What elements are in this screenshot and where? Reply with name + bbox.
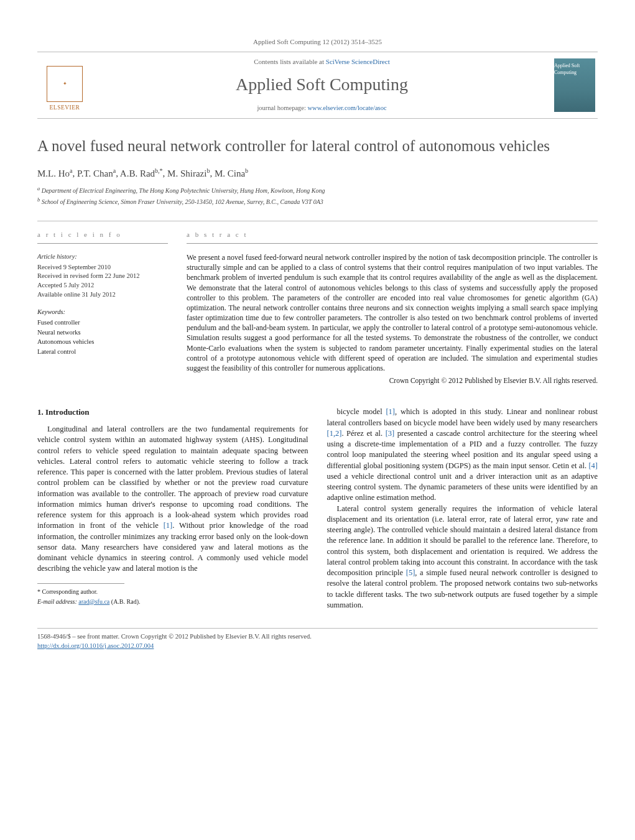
paragraph: bicycle model [1], which is adopted in t… bbox=[327, 407, 598, 503]
citation-ref[interactable]: [4] bbox=[588, 461, 598, 470]
abstract-heading: a b s t r a c t bbox=[187, 230, 598, 246]
cover-text: Applied Soft Computing bbox=[554, 62, 595, 76]
running-head: Applied Soft Computing 12 (2012) 3514–35… bbox=[37, 37, 598, 47]
elsevier-tree-icon: ✦ bbox=[47, 66, 83, 102]
journal-title: Applied Soft Computing bbox=[90, 72, 554, 96]
contents-prefix: Contents lists available at bbox=[254, 58, 325, 65]
page-footer: 1568-4946/$ – see front matter. Crown Co… bbox=[37, 628, 598, 650]
section-1-title: 1. Introduction bbox=[37, 407, 308, 418]
citation-ref[interactable]: [5] bbox=[406, 568, 415, 577]
journal-homepage-link[interactable]: www.elsevier.com/locate/asoc bbox=[308, 104, 387, 111]
citation-ref[interactable]: [1] bbox=[386, 407, 395, 416]
citation-ref[interactable]: [1] bbox=[164, 521, 173, 530]
journal-homepage-line: journal homepage: www.elsevier.com/locat… bbox=[90, 104, 554, 113]
article-title: A novel fused neural network controller … bbox=[37, 136, 598, 155]
email-suffix: (A.B. Rad). bbox=[109, 598, 140, 605]
page-root: Applied Soft Computing 12 (2012) 3514–35… bbox=[0, 0, 635, 675]
keyword-item: Fused controller bbox=[37, 318, 168, 328]
keyword-item: Autonomous vehicles bbox=[37, 338, 168, 347]
publisher-logo: ✦ ELSEVIER bbox=[40, 58, 90, 112]
article-info-column: a r t i c l e i n f o Article history: R… bbox=[37, 230, 168, 386]
footnote-corresponding: * Corresponding author. bbox=[37, 588, 308, 596]
publisher-name: ELSEVIER bbox=[50, 104, 80, 112]
corresponding-email-link[interactable]: arad@sfu.ca bbox=[78, 598, 109, 605]
affiliations: a Department of Electrical Engineering, … bbox=[37, 185, 598, 207]
affiliation-b: b School of Engineering Science, Simon F… bbox=[37, 196, 598, 206]
front-matter-line: 1568-4946/$ – see front matter. Crown Co… bbox=[37, 632, 598, 642]
contents-available-line: Contents lists available at SciVerse Sci… bbox=[90, 57, 554, 67]
article-body: 1. Introduction Longitudinal and lateral… bbox=[37, 407, 598, 611]
paragraph: Longitudinal and lateral controllers are… bbox=[37, 424, 308, 575]
citation-ref[interactable]: [3] bbox=[386, 429, 395, 438]
article-history-block: Article history: Received 9 September 20… bbox=[37, 252, 168, 299]
sciencedirect-link[interactable]: SciVerse ScienceDirect bbox=[326, 58, 390, 65]
authors-line: M.L. Hoa, P.T. Chana, A.B. Radb,*, M. Sh… bbox=[37, 167, 598, 180]
keywords-list: Fused controller Neural networks Autonom… bbox=[37, 318, 168, 357]
doi-link[interactable]: http://dx.doi.org/10.1016/j.asoc.2012.07… bbox=[37, 642, 154, 649]
history-revised: Received in revised form 22 June 2012 bbox=[37, 272, 168, 281]
homepage-prefix: journal homepage: bbox=[257, 104, 307, 111]
info-abstract-row: a r t i c l e i n f o Article history: R… bbox=[37, 221, 598, 386]
abstract-column: a b s t r a c t We present a novel fused… bbox=[187, 230, 598, 386]
keyword-item: Neural networks bbox=[37, 328, 168, 338]
history-label: Article history: bbox=[37, 252, 168, 262]
abstract-text: We present a novel fused feed-forward ne… bbox=[187, 252, 598, 373]
footnotes: * Corresponding author. E-mail address: … bbox=[37, 588, 308, 606]
journal-cover-thumbnail: Applied Soft Computing bbox=[554, 58, 595, 112]
keywords-label: Keywords: bbox=[37, 308, 168, 317]
history-accepted: Accepted 5 July 2012 bbox=[37, 281, 168, 290]
keyword-item: Lateral control bbox=[37, 348, 168, 357]
history-online: Available online 31 July 2012 bbox=[37, 290, 168, 300]
citation-ref[interactable]: [1,2] bbox=[327, 429, 342, 438]
footnote-separator bbox=[37, 583, 124, 584]
footnote-email: E-mail address: arad@sfu.ca (A.B. Rad). bbox=[37, 598, 308, 606]
email-label: E-mail address: bbox=[37, 598, 78, 605]
journal-header-bar: ✦ ELSEVIER Contents lists available at S… bbox=[37, 52, 598, 118]
affiliation-a: a Department of Electrical Engineering, … bbox=[37, 185, 598, 195]
journal-header-center: Contents lists available at SciVerse Sci… bbox=[90, 57, 554, 113]
abstract-copyright: Crown Copyright © 2012 Published by Else… bbox=[187, 376, 598, 385]
paragraph: Lateral control system generally require… bbox=[327, 504, 598, 611]
article-info-heading: a r t i c l e i n f o bbox=[37, 230, 168, 246]
history-received: Received 9 September 2010 bbox=[37, 263, 168, 272]
